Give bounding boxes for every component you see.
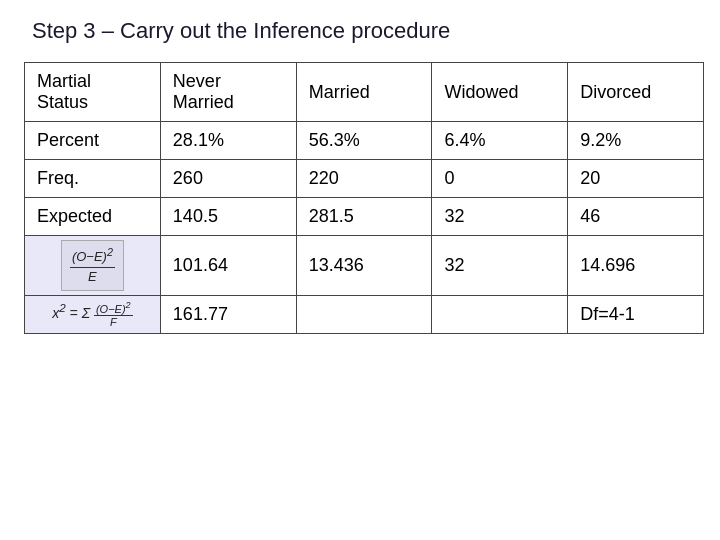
chisq-formula-text: x2 = Σ (O−E)2 F: [52, 300, 132, 328]
cell-freq-widowed: 0: [432, 160, 568, 198]
percent-married-value: 56.3%: [309, 130, 360, 150]
oe-formula-box: (O−E)2 E: [61, 240, 124, 291]
cell-expected-married: 281.5: [296, 198, 432, 236]
cell-percent-divorced: 9.2%: [568, 122, 704, 160]
oe-formula-display: (O−E)2 E: [33, 240, 152, 291]
cell-chisq-empty2: [432, 295, 568, 333]
expected-label: Expected: [37, 206, 112, 226]
percent-label: Percent: [37, 130, 99, 150]
fraction-display: (O−E)2 E: [70, 245, 115, 286]
cell-freq-never: 260: [160, 160, 296, 198]
oe-married-value: 13.436: [309, 255, 364, 275]
cell-expected-widowed: 32: [432, 198, 568, 236]
table-row-oe-formula: (O−E)2 E 101.64 13.436 32 14.696: [25, 236, 704, 296]
expected-widowed-value: 32: [444, 206, 464, 226]
formula-denominator: E: [86, 268, 99, 286]
chisq-sum-value: 161.77: [173, 304, 228, 324]
oe-divorced-value: 14.696: [580, 255, 635, 275]
percent-never-value: 28.1%: [173, 130, 224, 150]
expected-married-value: 281.5: [309, 206, 354, 226]
cell-oe-divorced: 14.696: [568, 236, 704, 296]
cell-chisq-formula: x2 = Σ (O−E)2 F: [25, 295, 161, 333]
cell-widowed-header: Widowed: [432, 63, 568, 122]
table-row-percent: Percent 28.1% 56.3% 6.4% 9.2%: [25, 122, 704, 160]
never-married-label: NeverMarried: [173, 71, 234, 112]
cell-oe-widowed: 32: [432, 236, 568, 296]
cell-oe-formula: (O−E)2 E: [25, 236, 161, 296]
cell-never-married-header: NeverMarried: [160, 63, 296, 122]
table-row-expected: Expected 140.5 281.5 32 46: [25, 198, 704, 236]
expected-never-value: 140.5: [173, 206, 218, 226]
chisq-formula-display: x2 = Σ (O−E)2 F: [33, 300, 152, 328]
table-row-chisq: x2 = Σ (O−E)2 F 161.77 Df=4-1: [25, 295, 704, 333]
married-label: Married: [309, 82, 370, 102]
table-row-freq: Freq. 260 220 0 20: [25, 160, 704, 198]
cell-percent-label: Percent: [25, 122, 161, 160]
cell-freq-married: 220: [296, 160, 432, 198]
freq-label: Freq.: [37, 168, 79, 188]
cell-oe-never: 101.64: [160, 236, 296, 296]
cell-chisq-empty1: [296, 295, 432, 333]
cell-df-value: Df=4-1: [568, 295, 704, 333]
divorced-label: Divorced: [580, 82, 651, 102]
cell-expected-never: 140.5: [160, 198, 296, 236]
cell-freq-label: Freq.: [25, 160, 161, 198]
cell-percent-never: 28.1%: [160, 122, 296, 160]
cell-married-header: Married: [296, 63, 432, 122]
freq-widowed-value: 0: [444, 168, 454, 188]
martial-label: MartialStatus: [37, 71, 91, 112]
cell-martial-status: MartialStatus: [25, 63, 161, 122]
cell-percent-married: 56.3%: [296, 122, 432, 160]
table-row-header: MartialStatus NeverMarried Married Widow…: [25, 63, 704, 122]
page-title: Step 3 – Carry out the Inference procedu…: [32, 18, 450, 44]
inference-table: MartialStatus NeverMarried Married Widow…: [24, 62, 704, 334]
cell-expected-label: Expected: [25, 198, 161, 236]
cell-oe-married: 13.436: [296, 236, 432, 296]
cell-expected-divorced: 46: [568, 198, 704, 236]
expected-divorced-value: 46: [580, 206, 600, 226]
df-label: Df=4-1: [580, 304, 635, 324]
freq-married-value: 220: [309, 168, 339, 188]
cell-percent-widowed: 6.4%: [432, 122, 568, 160]
cell-chisq-value: 161.77: [160, 295, 296, 333]
widowed-label: Widowed: [444, 82, 518, 102]
percent-divorced-value: 9.2%: [580, 130, 621, 150]
cell-divorced-header: Divorced: [568, 63, 704, 122]
percent-widowed-value: 6.4%: [444, 130, 485, 150]
oe-widowed-value: 32: [444, 255, 464, 275]
formula-numerator: (O−E)2: [70, 245, 115, 268]
freq-divorced-value: 20: [580, 168, 600, 188]
cell-freq-divorced: 20: [568, 160, 704, 198]
oe-never-value: 101.64: [173, 255, 228, 275]
freq-never-value: 260: [173, 168, 203, 188]
